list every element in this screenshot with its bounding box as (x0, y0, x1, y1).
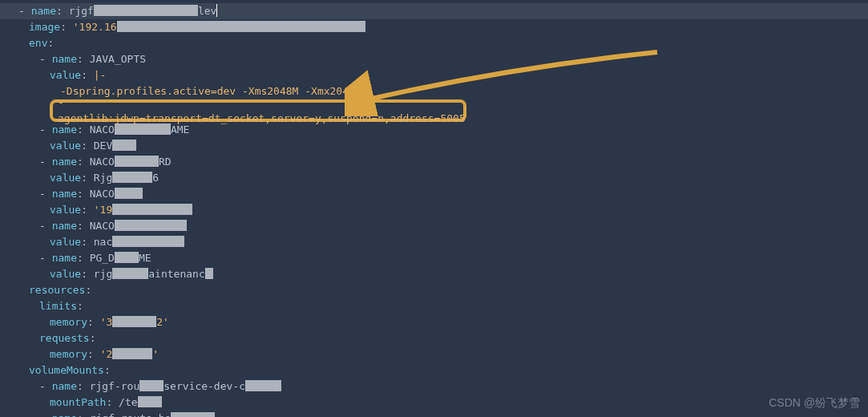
yaml-key: volumeMounts (29, 362, 104, 379)
code-line[interactable]: volumeMounts: (0, 362, 868, 379)
yaml-key: value (50, 202, 81, 218)
redacted-block (245, 380, 281, 391)
code-line[interactable]: - name: rjgf-rouservice-dev-c (0, 379, 868, 395)
yaml-key: value (50, 138, 81, 154)
yaml-key: env (29, 35, 47, 51)
yaml-key: name (31, 3, 56, 19)
redacted-block (139, 380, 164, 391)
code-line[interactable]: value: DEV (0, 138, 868, 154)
yaml-dash: - (18, 3, 31, 19)
code-line[interactable]: value: rjgaintenanc (0, 266, 868, 282)
redacted-block (112, 140, 136, 151)
code-line[interactable]: - name: NACO (0, 186, 868, 202)
redacted-block (112, 348, 152, 359)
highlighted-code: -agentlib:jdwp=transport=dt_socket,serve… (58, 95, 466, 127)
yaml-key: image (29, 19, 60, 35)
yaml-key: memory (50, 346, 87, 362)
code-line[interactable]: value: '19 (0, 202, 868, 218)
annotation-highlight-box: -agentlib:jdwp=transport=dt_socket,serve… (50, 99, 466, 122)
code-line[interactable]: - name: PG_DME (0, 250, 868, 266)
yaml-key: name (52, 379, 77, 395)
code-line[interactable]: - name: NACO (0, 218, 868, 234)
code-line[interactable]: memory: '2' (0, 346, 868, 362)
yaml-key: requests (39, 330, 90, 346)
code-line[interactable]: limits: (0, 298, 868, 314)
code-line[interactable]: requests: (0, 330, 868, 346)
redacted-block (112, 204, 192, 215)
redacted-block (112, 236, 184, 247)
yaml-key: value (50, 266, 81, 282)
redacted-block (112, 172, 152, 183)
code-line[interactable]: resources: (0, 282, 868, 298)
code-line[interactable]: - name: JAVA_OPTS (0, 51, 868, 67)
redacted-block (138, 396, 162, 407)
yaml-key: name (52, 51, 77, 67)
code-line[interactable]: value: |- (0, 67, 868, 83)
redacted-block (112, 316, 156, 327)
redacted-block (115, 220, 187, 231)
redacted-block (94, 5, 198, 16)
redacted-block (115, 156, 159, 167)
yaml-key: name (52, 154, 77, 170)
yaml-key: name (52, 186, 77, 202)
code-line[interactable]: value: Rjg6 (0, 170, 868, 186)
yaml-key: value (50, 67, 81, 83)
code-line[interactable]: - name: rjgflev (0, 3, 868, 19)
text-cursor (216, 4, 217, 17)
watermark-text: CSDN @纷飞梦雪 (769, 395, 860, 411)
yaml-key: value (50, 170, 81, 186)
redacted-block (115, 252, 139, 263)
redacted-block (115, 188, 143, 199)
redacted-block (112, 268, 148, 279)
redacted-block (205, 268, 213, 279)
redacted-block (117, 21, 365, 32)
yaml-key: mountPath (50, 395, 106, 411)
yaml-key: limits (39, 298, 77, 314)
yaml-editor[interactable]: - name: rjgflev image: '192.16 env: - na… (0, 0, 868, 417)
code-line[interactable]: - name: NACORD (0, 154, 868, 170)
yaml-key: name (52, 250, 77, 266)
code-line[interactable]: - name: rjgf-route-bo (0, 411, 868, 417)
yaml-key: memory (50, 314, 87, 330)
yaml-key: name (52, 218, 77, 234)
redacted-block (171, 412, 215, 417)
yaml-key: resources (29, 282, 85, 298)
code-line[interactable]: image: '192.16 (0, 19, 868, 35)
code-line[interactable]: env: (0, 35, 868, 51)
code-line[interactable]: memory: '32' (0, 314, 868, 330)
code-line[interactable]: value: nac (0, 234, 868, 250)
yaml-key: name (52, 411, 77, 417)
yaml-key: value (50, 234, 81, 250)
code-line[interactable]: mountPath: /te (0, 395, 868, 411)
